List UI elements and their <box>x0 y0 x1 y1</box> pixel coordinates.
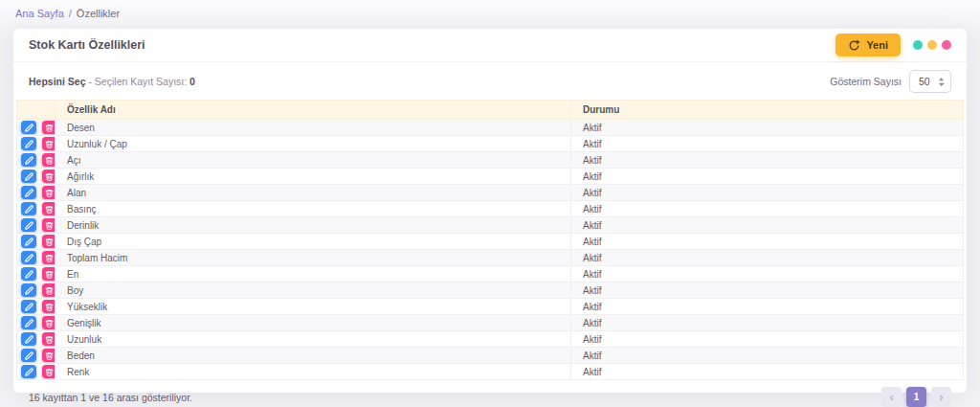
properties-table-wrap: Özellik Adı Durumu <box>13 100 967 380</box>
row-actions-cell <box>17 120 56 136</box>
trash-icon <box>45 237 54 246</box>
table-row: Genişlik Aktif <box>17 315 964 331</box>
trash-icon <box>45 254 54 262</box>
trash-icon <box>45 319 54 328</box>
delete-button[interactable] <box>42 170 56 183</box>
table-row: Toplam Hacim Aktif <box>17 250 964 266</box>
delete-button[interactable] <box>42 121 56 134</box>
delete-button[interactable] <box>42 251 56 264</box>
new-button-label: Yeni <box>866 39 888 51</box>
pencil-icon <box>25 237 33 246</box>
row-actions-cell <box>17 299 56 315</box>
status-cell: Aktif <box>571 136 964 152</box>
pagination-prev-button[interactable]: ‹ <box>881 387 902 407</box>
delete-button[interactable] <box>42 300 56 313</box>
plus-rotate-icon <box>848 39 860 52</box>
status-cell: Aktif <box>571 315 964 331</box>
row-actions-cell <box>17 364 56 380</box>
pagination: ‹ 1 › <box>881 387 951 407</box>
delete-button[interactable] <box>42 137 56 150</box>
edit-button[interactable] <box>21 170 36 183</box>
delete-button[interactable] <box>42 186 56 199</box>
row-actions-cell <box>17 234 56 250</box>
row-actions-cell <box>17 315 56 331</box>
select-all-link[interactable]: Hepsini Seç <box>29 76 86 87</box>
edit-button[interactable] <box>21 186 36 199</box>
delete-button[interactable] <box>42 153 56 167</box>
property-name-cell: Açı <box>56 152 571 169</box>
card-footer: 16 kayıttan 1 ve 16 arası gösteriliyor. … <box>13 380 967 407</box>
edit-button[interactable] <box>21 332 36 346</box>
delete-button[interactable] <box>42 202 56 215</box>
delete-button[interactable] <box>42 218 56 232</box>
delete-button[interactable] <box>42 267 56 281</box>
property-name-cell: Dış Çap <box>56 234 571 250</box>
property-name-cell: Boy <box>56 283 571 299</box>
table-row: Yükseklik Aktif <box>17 299 964 315</box>
edit-button[interactable] <box>21 235 36 248</box>
edit-button[interactable] <box>21 365 36 378</box>
breadcrumb-home-link[interactable]: Ana Sayfa <box>15 8 64 19</box>
delete-button[interactable] <box>42 316 56 329</box>
row-actions-cell <box>17 185 56 201</box>
pagination-page-1-button[interactable]: 1 <box>906 387 926 407</box>
edit-button[interactable] <box>21 218 36 232</box>
pagination-next-button[interactable]: › <box>931 387 951 407</box>
property-name-cell: Uzunluk / Çap <box>56 136 571 152</box>
row-actions-cell <box>17 152 56 169</box>
status-cell: Aktif <box>571 217 964 234</box>
status-cell: Aktif <box>571 185 964 201</box>
edit-button[interactable] <box>21 202 36 215</box>
row-actions-cell <box>17 169 56 185</box>
selection-info: Hepsini Seç - Seçilen Kayıt Sayısı: 0 <box>29 76 195 87</box>
breadcrumb-current: Özellikler <box>77 8 120 19</box>
edit-button[interactable] <box>21 283 36 297</box>
property-name-cell: En <box>56 266 571 283</box>
delete-button[interactable] <box>42 349 56 362</box>
property-name-cell: Basınç <box>56 201 571 217</box>
delete-button[interactable] <box>42 235 56 248</box>
table-row: Alan Aktif <box>17 185 964 201</box>
table-row: Ağırlık Aktif <box>17 169 964 185</box>
table-row: Beden Aktif <box>17 348 964 364</box>
pencil-icon <box>25 140 33 148</box>
property-name-cell: Genişlik <box>56 315 571 331</box>
edit-button[interactable] <box>21 316 36 329</box>
trash-icon <box>45 221 54 230</box>
property-name-cell: Renk <box>56 364 571 380</box>
status-cell: Aktif <box>571 250 964 266</box>
table-row: Derinlik Aktif <box>17 217 964 234</box>
pencil-icon <box>25 351 33 360</box>
delete-button[interactable] <box>42 283 56 297</box>
edit-button[interactable] <box>21 300 36 313</box>
pencil-icon <box>25 172 33 181</box>
property-name-cell: Beden <box>56 348 571 364</box>
status-cell: Aktif <box>571 152 964 169</box>
trash-icon <box>45 286 54 295</box>
chevron-right-icon: › <box>940 392 944 403</box>
row-actions-cell <box>17 331 56 348</box>
trash-icon <box>45 270 54 279</box>
new-button[interactable]: Yeni <box>835 34 901 57</box>
actions-column-header <box>17 101 56 120</box>
page-size-select[interactable]: 50 <box>909 70 951 93</box>
pencil-icon <box>25 303 33 311</box>
edit-button[interactable] <box>21 137 36 150</box>
status-cell: Aktif <box>571 201 964 217</box>
property-name-cell: Ağırlık <box>56 169 571 185</box>
table-row: Renk Aktif <box>17 364 964 380</box>
row-actions-cell <box>17 266 56 283</box>
trash-icon <box>45 189 54 197</box>
pencil-icon <box>25 286 33 295</box>
edit-button[interactable] <box>21 121 36 134</box>
edit-button[interactable] <box>21 251 36 264</box>
property-name-cell: Derinlik <box>56 217 571 234</box>
pencil-icon <box>25 368 33 376</box>
delete-button[interactable] <box>42 332 56 346</box>
edit-button[interactable] <box>21 267 36 281</box>
delete-button[interactable] <box>42 365 56 378</box>
edit-button[interactable] <box>21 153 36 167</box>
edit-button[interactable] <box>21 349 36 362</box>
page-title: Stok Kartı Özellikleri <box>29 38 835 52</box>
trash-icon <box>45 303 54 311</box>
